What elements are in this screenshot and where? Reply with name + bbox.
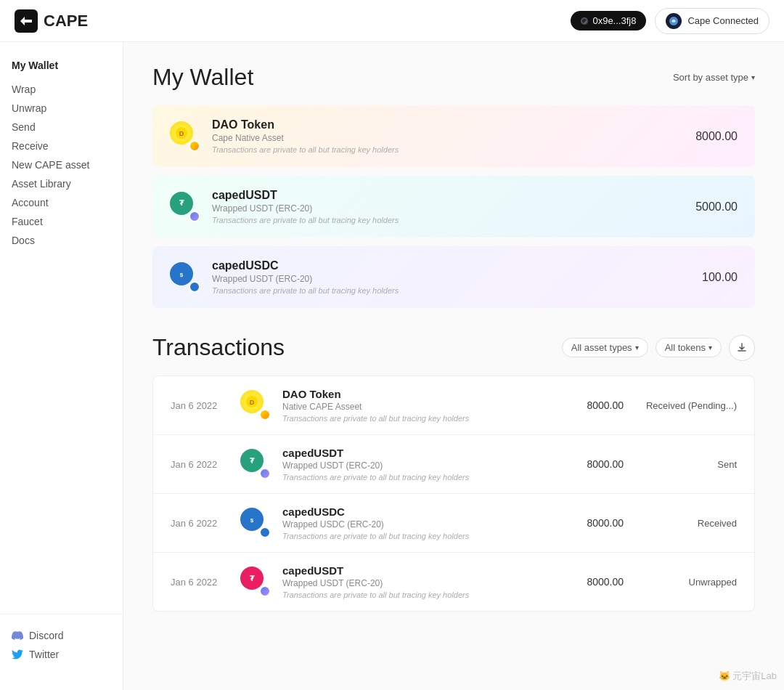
wallet-section-header: My Wallet Sort by asset type ▾ [152, 64, 755, 91]
svg-text:D: D [179, 130, 184, 137]
sidebar-item-docs[interactable]: Docs [12, 231, 111, 250]
filter-asset-types-label: All asset types [571, 342, 632, 353]
transactions-title: Transactions [152, 334, 285, 361]
app-logo[interactable]: CAPE [15, 9, 88, 33]
asset-privacy-usdc: Transactions are private to all but trac… [212, 286, 690, 295]
sidebar-item-send[interactable]: Send [12, 118, 111, 137]
tx-icon-usdt2: ₮ [240, 567, 271, 597]
svg-text:$: $ [180, 272, 184, 278]
transactions-table: Jan 6 2022 D DAO Token Native CAPE Assee… [152, 376, 755, 612]
asset-type-usdc: Wrapped USDT (ERC-20) [212, 274, 690, 284]
discord-icon [12, 630, 23, 641]
tx-info-3: capedUSDT Wrapped USDT (ERC-20) Transact… [282, 564, 554, 599]
sidebar-main-title: My Wallet [12, 57, 111, 74]
download-btn[interactable] [729, 335, 755, 361]
cape-connected-badge[interactable]: Cape Connected [655, 8, 769, 34]
app-name: CAPE [44, 12, 88, 31]
sidebar-item-wrap[interactable]: Wrap [12, 80, 111, 99]
tx-name-2: capedUSDC [282, 506, 554, 518]
sidebar: My Wallet Wrap Unwrap Send Receive New C… [0, 42, 123, 690]
tx-privacy-1: Transactions are private to all but trac… [282, 473, 554, 482]
sort-label: Sort by asset type [673, 72, 748, 83]
cape-connected-icon [666, 13, 682, 29]
wallet-title: My Wallet [152, 64, 253, 91]
discord-label: Discord [29, 630, 63, 641]
tx-amount-0: 8000.00 [565, 399, 624, 411]
cape-connected-label: Cape Connected [687, 15, 759, 26]
tx-name-0: DAO Token [282, 388, 554, 400]
sidebar-item-receive[interactable]: Receive [12, 137, 111, 155]
dao-icon-wrapper: D [170, 121, 200, 152]
sidebar-item-asset-library[interactable]: Asset Library [12, 174, 111, 193]
tx-date-3: Jan 6 2022 [171, 577, 229, 588]
svg-text:D: D [250, 399, 255, 406]
tx-icon-usdc: $ [240, 508, 271, 538]
usdc-badge [189, 281, 200, 293]
tx-subtype-3: Wrapped USDT (ERC-20) [282, 578, 554, 588]
asset-info-dao: DAO Token Cape Native Asset Transactions… [212, 118, 684, 154]
sort-control[interactable]: Sort by asset type ▾ [673, 72, 755, 83]
asset-name-usdt: capedUSDT [212, 189, 684, 202]
usdt-main-icon: ₮ [170, 192, 193, 215]
tx-status-2: Received [635, 518, 737, 529]
sidebar-twitter[interactable]: Twitter [12, 645, 111, 664]
sidebar-nav: My Wallet Wrap Unwrap Send Receive New C… [0, 57, 123, 250]
dao-cape-badge [189, 140, 200, 152]
watermark: 🐱 元宇宙Lab [719, 670, 777, 683]
tx-info-1: capedUSDT Wrapped USDT (ERC-20) Transact… [282, 447, 554, 482]
sidebar-social: Discord Twitter [0, 614, 123, 675]
tx-status-1: Sent [635, 459, 737, 470]
filter-tokens-label: All tokens [665, 342, 706, 353]
usdt-badge [189, 211, 200, 222]
filter-asset-chevron-icon: ▾ [635, 344, 639, 352]
tx-icon-usdt: ₮ [240, 449, 271, 479]
tx-date-2: Jan 6 2022 [171, 518, 229, 529]
twitter-label: Twitter [29, 649, 59, 660]
tx-name-3: capedUSDT [282, 564, 554, 577]
tx-usdt2-icon: ₮ [240, 567, 264, 590]
tx-subtype-1: Wrapped USDT (ERC-20) [282, 460, 554, 471]
main-layout: My Wallet Wrap Unwrap Send Receive New C… [0, 42, 784, 690]
wallet-status-dot [581, 17, 588, 25]
asset-info-usdc: capedUSDC Wrapped USDT (ERC-20) Transact… [212, 259, 690, 295]
dao-token-icon: D [170, 121, 193, 145]
filter-tokens-chevron-icon: ▾ [709, 344, 712, 352]
sidebar-item-new-cape-asset[interactable]: New CAPE asset [12, 155, 111, 174]
sort-chevron-icon: ▾ [751, 73, 755, 81]
sidebar-item-faucet[interactable]: Faucet [12, 212, 111, 231]
tx-privacy-2: Transactions are private to all but trac… [282, 532, 554, 540]
filter-tokens-btn[interactable]: All tokens ▾ [656, 338, 722, 357]
tx-usdt2-badge [259, 585, 271, 597]
sidebar-item-unwrap[interactable]: Unwrap [12, 99, 111, 118]
asset-card-usdc: $ capedUSDC Wrapped USDT (ERC-20) Transa… [152, 246, 755, 308]
tx-privacy-0: Transactions are private to all but trac… [282, 414, 554, 423]
twitter-icon [12, 649, 23, 660]
asset-card-dao: D DAO Token Cape Native Asset Transactio… [152, 105, 755, 167]
tx-row-0: Jan 6 2022 D DAO Token Native CAPE Assee… [153, 376, 754, 435]
tx-info-2: capedUSDC Wrapped USDC (ERC-20) Transact… [282, 506, 554, 540]
asset-card-usdt: ₮ capedUSDT Wrapped USDT (ERC-20) Transa… [152, 176, 755, 238]
wallet-address-badge[interactable]: 0x9e...3fj8 [571, 11, 646, 31]
tx-usdc-icon: $ [240, 508, 264, 531]
tx-status-3: Unwrapped [635, 577, 737, 588]
asset-privacy-dao: Transactions are private to all but trac… [212, 145, 684, 154]
tx-subtype-2: Wrapped USDC (ERC-20) [282, 519, 554, 529]
sidebar-item-account[interactable]: Account [12, 193, 111, 212]
tx-amount-3: 8000.00 [565, 576, 624, 588]
sidebar-discord[interactable]: Discord [12, 626, 111, 645]
tx-usdt-badge [259, 468, 271, 479]
app-header: CAPE 0x9e...3fj8 Cape Connected [0, 0, 784, 42]
transactions-section-header: Transactions All asset types ▾ All token… [152, 334, 755, 361]
tx-usdc-badge [259, 527, 271, 538]
filter-asset-types-btn[interactable]: All asset types ▾ [562, 338, 648, 357]
tx-subtype-0: Native CAPE Asseet [282, 402, 554, 412]
tx-date-0: Jan 6 2022 [171, 400, 229, 411]
asset-balance-dao: 8000.00 [695, 130, 738, 143]
header-right: 0x9e...3fj8 Cape Connected [571, 8, 769, 34]
tx-privacy-3: Transactions are private to all but trac… [282, 590, 554, 599]
usdt-icon-wrapper: ₮ [170, 192, 200, 222]
usdc-icon-wrapper: $ [170, 262, 200, 293]
wallet-address-text: 0x9e...3fj8 [592, 15, 636, 26]
tx-row-3: Jan 6 2022 ₮ capedUSDT Wrapped USDT (ERC… [153, 553, 754, 611]
tx-amount-2: 8000.00 [565, 517, 624, 529]
